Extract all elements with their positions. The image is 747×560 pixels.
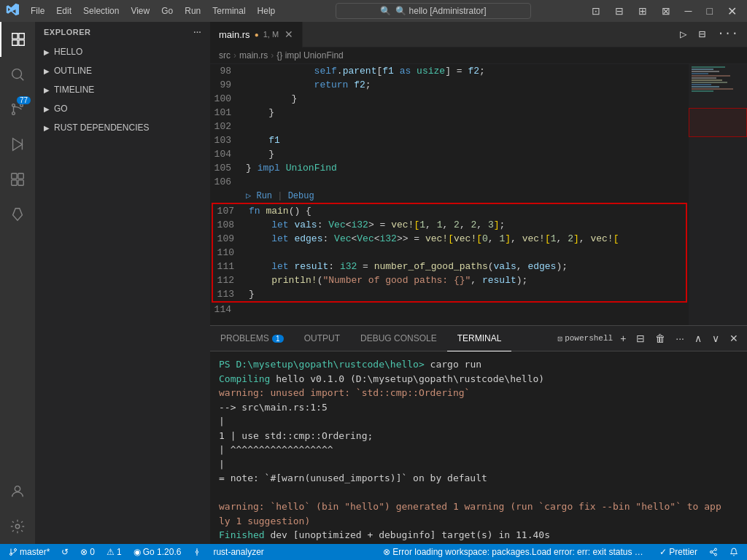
term-line-8: | bbox=[219, 457, 738, 472]
sidebar-item-go[interactable]: ▶ GO bbox=[35, 101, 210, 117]
menu-view[interactable]: View bbox=[126, 4, 154, 18]
menu-terminal[interactable]: Terminal bbox=[208, 4, 249, 18]
error-icon: ⊗ bbox=[80, 547, 88, 557]
menu-edit[interactable]: Edit bbox=[52, 4, 76, 18]
go-version-item[interactable]: ◉ Go 1.20.6 bbox=[131, 547, 185, 557]
warnings-item[interactable]: ⚠ 1 bbox=[104, 547, 125, 557]
sidebar-go-label: GO bbox=[54, 104, 68, 114]
check-icon: ✓ bbox=[659, 547, 667, 557]
sidebar-outline-label: OUTLINE bbox=[54, 66, 92, 76]
sidebar-rust-label: RUST DEPENDENCIES bbox=[54, 122, 149, 133]
tab-main-rs[interactable]: main.rs ● 1, M ✕ bbox=[210, 22, 303, 47]
errors-count: 0 bbox=[90, 547, 95, 557]
errors-item[interactable]: ⊗ 0 bbox=[77, 547, 98, 557]
search-bar[interactable]: 🔍 🔍 hello [Administrator] bbox=[336, 3, 530, 19]
tab-terminal[interactable]: TERMINAL bbox=[447, 326, 512, 351]
maximize-btn[interactable]: □ bbox=[703, 4, 717, 18]
git-icon-item[interactable] bbox=[190, 548, 204, 556]
tab-problems[interactable]: PROBLEMS 1 bbox=[210, 326, 294, 351]
chevron-right-icon: ▶ bbox=[44, 48, 50, 56]
prettier-item[interactable]: ✓ Prettier bbox=[657, 547, 700, 557]
chevron-right-icon3: ▶ bbox=[44, 86, 50, 94]
close-btn[interactable]: ✕ bbox=[723, 3, 741, 20]
editor-content: 98 self.parent[f1 as usize] = f2; 99 ret… bbox=[210, 64, 747, 325]
svg-point-19 bbox=[711, 551, 713, 553]
more-panel-btn[interactable]: ··· bbox=[673, 331, 687, 346]
sidebar-more-icon[interactable]: ··· bbox=[193, 28, 201, 36]
sidebar-section-outline: ▶ OUTLINE bbox=[35, 61, 210, 80]
activity-explorer[interactable] bbox=[0, 22, 35, 57]
error-msg-item[interactable]: ⊗ Error loading workspace: packages.Load… bbox=[380, 547, 651, 557]
activity-settings[interactable] bbox=[0, 509, 35, 544]
layout-btn[interactable]: ⊡ bbox=[587, 4, 605, 18]
activity-test[interactable] bbox=[0, 197, 35, 232]
titlebar-right: ⊡ ⊟ ⊞ ⊠ ─ □ ✕ bbox=[587, 3, 741, 20]
layout3-btn[interactable]: ⊞ bbox=[634, 4, 651, 18]
rust-analyzer-item[interactable]: rust-analyzer bbox=[210, 547, 266, 557]
activity-extensions[interactable] bbox=[0, 162, 35, 197]
run-icon[interactable]: ▷ bbox=[677, 26, 690, 43]
chevron-right-icon2: ▶ bbox=[44, 67, 50, 75]
menu-run[interactable]: Run bbox=[180, 4, 205, 18]
sync-item[interactable]: ↺ bbox=[58, 547, 71, 557]
activity-source-control[interactable]: 77 bbox=[0, 92, 35, 127]
tab-debug-console[interactable]: DEBUG CONSOLE bbox=[350, 326, 447, 351]
more-actions-icon[interactable]: ··· bbox=[714, 26, 741, 43]
code-line-108: 108 let vals: Vec<i32> = vec![1, 1, 2, 2… bbox=[213, 218, 686, 232]
svg-point-2 bbox=[12, 112, 15, 115]
tab-close-btn[interactable]: ✕ bbox=[285, 28, 293, 40]
activity-accounts[interactable] bbox=[0, 474, 35, 509]
layout4-btn[interactable]: ⊠ bbox=[657, 4, 675, 18]
problems-label: PROBLEMS bbox=[220, 333, 269, 343]
term-line-11: ly 1 suggestion) bbox=[219, 514, 738, 529]
minimize-btn[interactable]: ─ bbox=[681, 4, 697, 18]
bell-icon-item[interactable] bbox=[727, 548, 741, 556]
shell-label: ⊡ powershell bbox=[558, 334, 614, 343]
delete-terminal-btn[interactable]: 🗑 bbox=[652, 331, 668, 346]
activity-run[interactable] bbox=[0, 127, 35, 162]
menu-selection[interactable]: Selection bbox=[79, 4, 123, 18]
sidebar-item-timeline[interactable]: ▶ TIMELINE bbox=[35, 82, 210, 98]
add-terminal-btn[interactable]: + bbox=[617, 331, 629, 346]
panel-up-btn[interactable]: ∧ bbox=[692, 331, 705, 346]
breadcrumb-src[interactable]: src bbox=[219, 50, 231, 61]
tab-output[interactable]: OUTPUT bbox=[294, 326, 350, 351]
code-line-109: 109 let edges: Vec<Vec<i32>> = vec![vec!… bbox=[213, 232, 686, 246]
breadcrumb-file[interactable]: main.rs bbox=[239, 50, 268, 61]
split-editor-icon[interactable]: ⊟ bbox=[696, 26, 709, 43]
panel-actions: ⊡ powershell + ⊟ 🗑 ··· ∧ ∨ ✕ bbox=[558, 331, 748, 346]
activity-search[interactable] bbox=[0, 57, 35, 92]
terminal-content[interactable]: PS D:\mysetup\gopath\rustcode\hello> car… bbox=[210, 351, 747, 544]
panel-close-btn[interactable]: ✕ bbox=[727, 331, 741, 346]
svg-rect-9 bbox=[18, 180, 23, 185]
code-line: 105 } impl UnionFind bbox=[210, 161, 689, 175]
code-editor[interactable]: 98 self.parent[f1 as usize] = f2; 99 ret… bbox=[210, 64, 689, 325]
git-branch-item[interactable]: master* bbox=[6, 547, 53, 557]
git-branch-label: master* bbox=[20, 547, 50, 557]
layout2-btn[interactable]: ⊟ bbox=[611, 4, 628, 18]
breadcrumb-impl[interactable]: {} impl UnionFind bbox=[276, 50, 343, 61]
problems-badge: 1 bbox=[272, 335, 284, 343]
run-debug-label[interactable]: ▷ Run | Debug bbox=[243, 189, 689, 203]
tab-filename: main.rs bbox=[219, 29, 250, 40]
term-line-12: Finished dev [unoptimized + debuginfo] t… bbox=[219, 528, 738, 542]
sidebar-item-outline[interactable]: ▶ OUTLINE bbox=[35, 63, 210, 79]
search-text: 🔍 hello [Administrator] bbox=[395, 6, 486, 16]
sidebar-item-rust[interactable]: ▶ RUST DEPENDENCIES bbox=[35, 120, 210, 136]
term-line-6: 1 | use std::cmp::Ordering; bbox=[219, 429, 738, 443]
menu-help[interactable]: Help bbox=[253, 4, 280, 18]
sidebar: EXPLORER ··· ▶ HELLO ▶ OUTLINE ▶ TIMELIN… bbox=[35, 22, 210, 544]
sidebar-item-hello[interactable]: ▶ HELLO bbox=[35, 44, 210, 60]
menu-file[interactable]: File bbox=[26, 4, 49, 18]
share-icon-item[interactable] bbox=[706, 548, 721, 556]
code-line-111: 111 let result: i32 = number_of_good_pat… bbox=[213, 260, 686, 273]
tab-actions: ▷ ⊟ ··· bbox=[677, 26, 747, 43]
error-icon2: ⊗ bbox=[383, 547, 390, 557]
titlebar: File Edit Selection View Go Run Terminal… bbox=[0, 0, 747, 22]
panel-down-btn[interactable]: ∨ bbox=[709, 331, 722, 346]
code-line-113: 113 } bbox=[213, 287, 686, 301]
menu-go[interactable]: Go bbox=[157, 4, 177, 18]
chevron-right-icon4: ▶ bbox=[44, 105, 50, 113]
split-terminal-btn[interactable]: ⊟ bbox=[633, 331, 648, 346]
code-line-114: 114 bbox=[210, 303, 689, 316]
